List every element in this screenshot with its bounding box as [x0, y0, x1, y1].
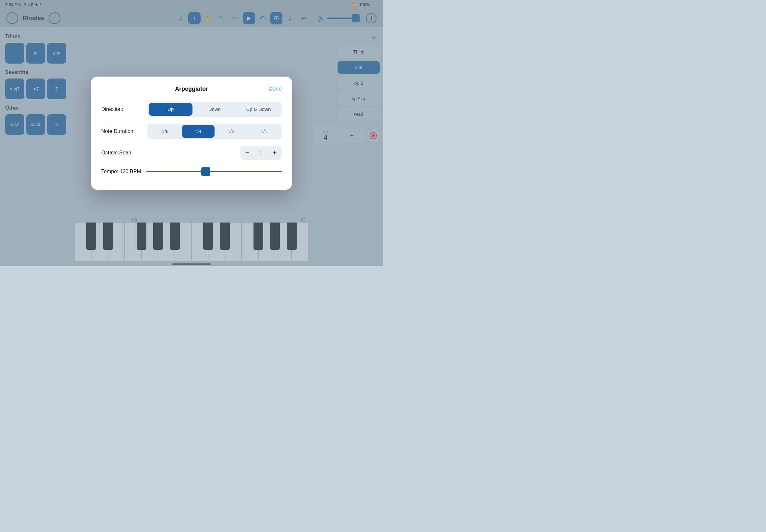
direction-down-button[interactable]: Down	[192, 103, 236, 116]
tempo-thumb[interactable]	[201, 167, 210, 176]
octave-span-row: Octave Span: − 1 +	[101, 146, 282, 160]
direction-row: Direction: Up Down Up & Down	[101, 102, 282, 117]
tempo-label: Tempo: 120 BPM	[101, 169, 141, 175]
duration-half-button[interactable]: 1/2	[214, 125, 248, 138]
octave-plus-button[interactable]: +	[267, 146, 282, 160]
octave-value: 1	[254, 150, 267, 156]
tempo-track	[146, 171, 282, 172]
octave-span-label: Octave Span:	[101, 150, 240, 156]
arpeggiator-modal: Arpeggiator Done Direction: Up Down Up &…	[91, 77, 292, 190]
direction-updown-button[interactable]: Up & Down	[237, 103, 280, 116]
note-duration-segmented: 1/8 1/4 1/2 1/1	[147, 124, 282, 139]
modal-header: Arpeggiator Done	[101, 86, 282, 92]
octave-stepper: − 1 +	[240, 146, 282, 160]
duration-eighth-button[interactable]: 1/8	[149, 125, 182, 138]
octave-minus-button[interactable]: −	[240, 146, 254, 160]
tempo-slider[interactable]	[146, 166, 282, 177]
direction-up-button[interactable]: Up	[149, 103, 192, 116]
modal-overlay[interactable]: Arpeggiator Done Direction: Up Down Up &…	[0, 0, 383, 266]
direction-label: Direction:	[101, 106, 143, 112]
note-duration-label: Note Duration:	[101, 128, 143, 134]
done-button[interactable]: Done	[268, 86, 282, 92]
note-duration-row: Note Duration: 1/8 1/4 1/2 1/1	[101, 124, 282, 139]
duration-whole-button[interactable]: 1/1	[248, 125, 281, 138]
direction-segmented: Up Down Up & Down	[147, 102, 282, 117]
modal-title: Arpeggiator	[175, 86, 208, 92]
tempo-row: Tempo: 120 BPM	[101, 166, 282, 177]
duration-quarter-button[interactable]: 1/4	[182, 125, 215, 138]
